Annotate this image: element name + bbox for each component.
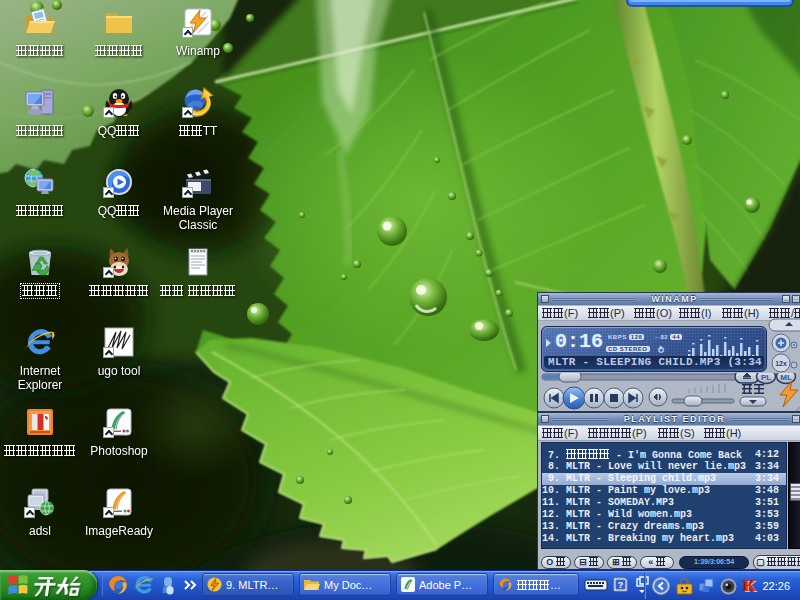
- svg-text:12x: 12x: [775, 360, 787, 367]
- svg-text:?: ?: [618, 580, 624, 590]
- svg-text:PL: PL: [761, 373, 771, 382]
- svg-text:ML: ML: [780, 373, 792, 382]
